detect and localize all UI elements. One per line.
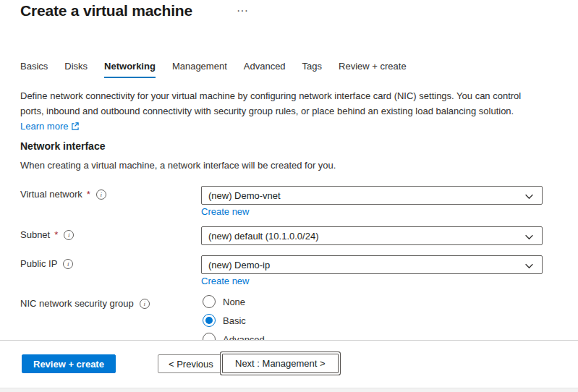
required-asterisk: * xyxy=(87,189,90,200)
tab-description-text: Define network connectivity for your vir… xyxy=(20,90,521,116)
bottom-strip xyxy=(0,388,578,392)
required-asterisk: * xyxy=(54,229,58,240)
chevron-down-icon xyxy=(524,232,534,242)
create-vm-page: Create a virtual machine ··· Basics Disk… xyxy=(0,0,578,392)
radio-label: None xyxy=(223,297,245,307)
tab-basics[interactable]: Basics xyxy=(20,61,48,78)
nic-nsg-label-text: NIC network security group xyxy=(20,298,134,309)
more-options-icon[interactable]: ··· xyxy=(237,4,248,18)
tab-description: Define network connectivity for your vir… xyxy=(20,88,530,134)
public-ip-dropdown[interactable]: (new) Demo-ip xyxy=(201,255,543,274)
virtual-network-label-text: Virtual network xyxy=(20,189,82,200)
tab-tags[interactable]: Tags xyxy=(302,61,322,78)
chevron-down-icon xyxy=(524,192,534,201)
virtual-network-value: (new) Demo-vnet xyxy=(208,190,281,201)
nic-nsg-label: NIC network security group xyxy=(20,298,150,309)
wizard-footer: Review + create < Previous Next : Manage… xyxy=(0,340,578,388)
tab-review-create[interactable]: Review + create xyxy=(339,61,407,78)
tab-disks[interactable]: Disks xyxy=(64,61,88,78)
virtual-network-dropdown[interactable]: (new) Demo-vnet xyxy=(201,186,543,205)
info-icon[interactable] xyxy=(63,259,73,269)
info-icon[interactable] xyxy=(140,299,150,309)
public-ip-label-text: Public IP xyxy=(20,258,57,269)
section-intro-text: When creating a virtual machine, a netwo… xyxy=(20,160,336,171)
review-create-button[interactable]: Review + create xyxy=(22,354,116,373)
radio-label: Basic xyxy=(223,315,246,326)
info-icon[interactable] xyxy=(64,230,74,240)
page-title: Create a virtual machine xyxy=(20,2,192,20)
radio-selected-icon xyxy=(203,314,216,327)
radio-icon xyxy=(203,295,216,308)
nic-nsg-radio-group: None Basic Advanced xyxy=(203,295,265,346)
radio-option-none[interactable]: None xyxy=(203,295,265,308)
next-management-button[interactable]: Next : Management > xyxy=(222,354,339,373)
previous-button[interactable]: < Previous xyxy=(158,354,224,373)
public-ip-value: (new) Demo-ip xyxy=(208,260,270,270)
public-ip-label: Public IP xyxy=(20,258,73,269)
external-link-icon xyxy=(71,122,79,130)
subnet-label-text: Subnet xyxy=(20,229,50,240)
public-ip-create-new-link[interactable]: Create new xyxy=(201,276,249,286)
section-title-network-interface: Network interface xyxy=(20,140,105,152)
learn-more-link[interactable]: Learn more xyxy=(20,119,79,134)
subnet-label: Subnet* xyxy=(20,229,74,240)
info-icon[interactable] xyxy=(96,189,106,200)
tab-networking[interactable]: Networking xyxy=(104,61,156,78)
learn-more-label: Learn more xyxy=(20,119,68,134)
virtual-network-label: Virtual network* xyxy=(20,189,106,200)
wizard-tabs: Basics Disks Networking Management Advan… xyxy=(20,61,407,78)
chevron-down-icon xyxy=(524,261,534,270)
subnet-dropdown[interactable]: (new) default (10.1.0.0/24) xyxy=(201,226,543,245)
subnet-value: (new) default (10.1.0.0/24) xyxy=(208,231,318,242)
radio-option-basic[interactable]: Basic xyxy=(203,314,265,327)
tab-management[interactable]: Management xyxy=(172,61,227,78)
virtual-network-create-new-link[interactable]: Create new xyxy=(201,206,249,217)
tab-advanced[interactable]: Advanced xyxy=(244,61,286,78)
